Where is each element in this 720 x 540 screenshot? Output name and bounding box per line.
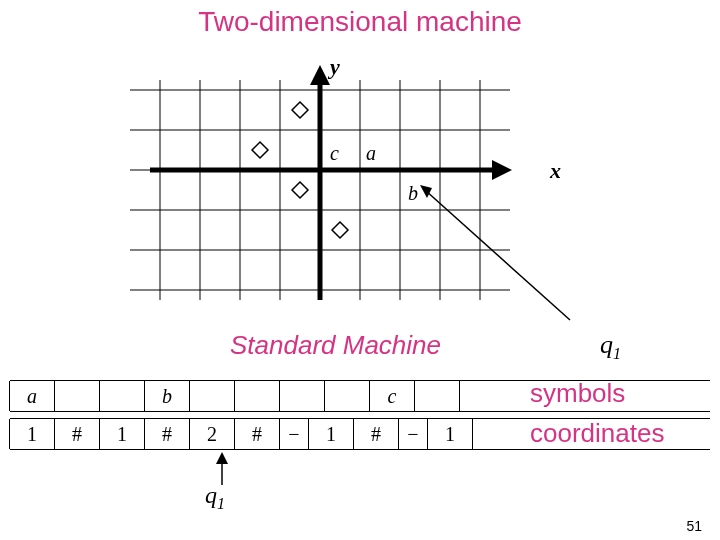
tape-cell: −	[279, 419, 309, 449]
diamond-icon	[292, 182, 308, 198]
tape-cell: b	[144, 381, 190, 411]
tape-cell: #	[234, 419, 280, 449]
tape-cell	[54, 381, 100, 411]
tape-cell: 1	[427, 419, 473, 449]
tape-cell: #	[54, 419, 100, 449]
tape-cell	[414, 381, 460, 411]
cell-label-c: c	[330, 142, 339, 164]
grid-diagram: y x a b c	[130, 60, 510, 320]
diamond-icon	[292, 102, 308, 118]
cell-label-b: b	[408, 182, 418, 204]
tape-cell: 1	[308, 419, 354, 449]
diamond-icon	[332, 222, 348, 238]
tape-cell: −	[398, 419, 428, 449]
tape-cell: 1	[9, 419, 55, 449]
tape-cell	[279, 381, 325, 411]
tape-cell: 1	[99, 419, 145, 449]
tape-cell: c	[369, 381, 415, 411]
svg-marker-19	[216, 452, 228, 464]
diamond-icon	[252, 142, 268, 158]
tape-cell: a	[9, 381, 55, 411]
tape-cell	[189, 381, 235, 411]
symbols-label: symbols	[530, 378, 625, 409]
x-arrow-icon	[492, 160, 512, 180]
head-state-top: q1	[600, 330, 621, 363]
tape-cell	[324, 381, 370, 411]
tape-cell: #	[144, 419, 190, 449]
page-number: 51	[686, 518, 702, 534]
subtitle: Standard Machine	[230, 330, 441, 361]
page-title: Two-dimensional machine	[0, 6, 720, 38]
y-axis-label: y	[327, 60, 340, 79]
tape-cell	[234, 381, 280, 411]
tape-cell: 2	[189, 419, 235, 449]
y-arrow-icon	[310, 65, 330, 85]
coordinates-label: coordinates	[530, 418, 664, 449]
cell-label-a: a	[366, 142, 376, 164]
pointer-arrow-icon	[420, 185, 432, 198]
x-axis-label: x	[549, 158, 561, 183]
tape-cell	[99, 381, 145, 411]
tape-cell: #	[353, 419, 399, 449]
head-state-bottom: q1	[205, 482, 225, 513]
